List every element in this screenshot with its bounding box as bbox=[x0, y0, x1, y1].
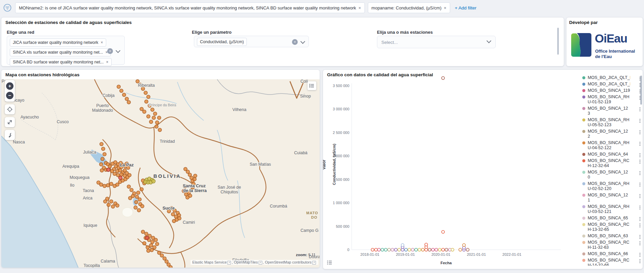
station-olive-marker[interactable] bbox=[151, 179, 155, 183]
legend-item[interactable]: MOS_BO_SINCA_RCH-13-32-65 bbox=[582, 221, 641, 233]
station-orange-marker[interactable] bbox=[155, 242, 159, 246]
station-orange-marker[interactable] bbox=[145, 100, 148, 103]
legend-item-menu-icon[interactable] bbox=[640, 258, 641, 260]
station-orange-marker[interactable] bbox=[151, 240, 154, 244]
station-orange-marker[interactable] bbox=[146, 246, 149, 249]
attribution-link[interactable]: OpenMapTiles bbox=[234, 260, 258, 264]
station-orange-marker[interactable] bbox=[171, 213, 175, 216]
legend-item[interactable]: MOS_BO_JICA_QLT_PMASUP_ bbox=[582, 81, 641, 87]
station-orange-marker[interactable] bbox=[152, 116, 155, 119]
legend-item[interactable]: MOS_BO_SINCA_RCH-11-32-63 bbox=[582, 239, 641, 251]
station-orange-marker[interactable] bbox=[153, 246, 156, 249]
station-orange-marker[interactable] bbox=[135, 200, 138, 204]
station-red-marker[interactable] bbox=[119, 176, 122, 180]
network-tag[interactable]: JICA surface water quality monitoring ne… bbox=[10, 38, 106, 47]
station-orange-marker[interactable] bbox=[101, 147, 105, 151]
legend-item[interactable]: MOS_BO_SINCA_66 bbox=[582, 251, 641, 257]
station-orange-marker[interactable] bbox=[153, 112, 157, 115]
legend-item[interactable]: MOS_BO_JICA_QLT_PMASUP_ bbox=[582, 75, 641, 81]
legend-item-menu-icon[interactable] bbox=[640, 240, 641, 242]
station-orange-marker[interactable] bbox=[147, 249, 150, 252]
station-orange-marker[interactable] bbox=[140, 188, 143, 191]
station-orange-marker[interactable] bbox=[116, 183, 119, 186]
station-orange-marker[interactable] bbox=[137, 191, 140, 194]
filter-icon[interactable] bbox=[3, 3, 12, 12]
legend-item[interactable]: MOS_BO_SINCA_123 bbox=[582, 105, 641, 117]
stations-select[interactable]: Select... bbox=[377, 36, 496, 48]
legend-item-menu-icon[interactable] bbox=[640, 140, 641, 143]
locate-button[interactable] bbox=[5, 104, 15, 114]
attribution-link[interactable]: OpenStreetMap contributors bbox=[265, 260, 312, 264]
station-orange-marker[interactable] bbox=[100, 142, 103, 146]
station-red-marker[interactable] bbox=[107, 168, 110, 172]
attribution-link[interactable]: Elastic Maps Service bbox=[192, 260, 227, 264]
station-olive-marker[interactable] bbox=[143, 180, 147, 184]
station-orange-marker[interactable] bbox=[135, 195, 139, 198]
legend-item[interactable]: MOS_BO_SINCA_RHU-04-52-122 bbox=[582, 140, 641, 151]
station-orange-marker[interactable] bbox=[113, 172, 116, 175]
station-orange-marker[interactable] bbox=[144, 91, 147, 94]
map-canvas[interactable]: PascoHuancayoAyacuchoCuscoNascaPuertoMal… bbox=[1, 79, 320, 268]
legend-item[interactable]: MOS_BO_SINCA_RHU-02-52-120 bbox=[582, 181, 641, 192]
filter-pill-mopaname[interactable]: mopaname: Conductividad, (µS/cm) × bbox=[368, 2, 450, 13]
legend-item-menu-icon[interactable] bbox=[640, 222, 641, 224]
station-orange-marker[interactable] bbox=[107, 203, 110, 207]
station-orange-marker[interactable] bbox=[147, 115, 150, 118]
station-orange-marker[interactable] bbox=[193, 178, 196, 181]
map-svg[interactable]: PascoHuancayoAyacuchoCuscoNascaPuertoMal… bbox=[1, 79, 320, 268]
map-attribution[interactable]: Elastic Maps Service↗, OpenMapTiles↗, Op… bbox=[191, 260, 318, 265]
add-filter-button[interactable]: + Add filter bbox=[455, 5, 476, 10]
station-orange-marker[interactable] bbox=[138, 198, 141, 201]
zoom-in-button[interactable]: + bbox=[6, 82, 13, 90]
legend-item[interactable]: MOS_BO_SINCA_63 bbox=[582, 233, 641, 239]
station-orange-marker[interactable] bbox=[141, 204, 144, 208]
station-orange-marker[interactable] bbox=[169, 266, 172, 268]
station-orange-marker[interactable] bbox=[149, 244, 153, 247]
station-orange-marker[interactable] bbox=[127, 101, 130, 104]
station-orange-marker[interactable] bbox=[100, 169, 104, 172]
legend-item[interactable]: MOS_BO_SINCA_RHU-03-52-121 bbox=[582, 203, 641, 215]
station-orange-marker[interactable] bbox=[154, 238, 157, 242]
legend-item-menu-icon[interactable] bbox=[640, 152, 641, 154]
station-orange-marker[interactable] bbox=[136, 80, 139, 83]
parameter-tag[interactable]: Conductividad, (µS/cm) bbox=[197, 38, 247, 46]
legend-item[interactable]: MOS_BO_SINCA_120 bbox=[582, 169, 641, 181]
legend-item[interactable]: MOS_BO_SINCA_RCH-12-32-64 bbox=[582, 158, 641, 169]
legend-item[interactable]: MOS_BO_SINCA_119 bbox=[582, 87, 641, 94]
panel-scrollbar[interactable] bbox=[557, 28, 559, 55]
map-legend-toggle[interactable] bbox=[308, 81, 316, 90]
legend-item-menu-icon[interactable] bbox=[640, 117, 641, 120]
station-orange-marker[interactable] bbox=[108, 165, 112, 168]
station-orange-marker[interactable] bbox=[128, 196, 132, 200]
map-tools-button[interactable] bbox=[5, 130, 15, 140]
chevron-down-icon[interactable] bbox=[487, 38, 491, 43]
legend-item[interactable]: MOS_BO_SINCA_64 bbox=[582, 151, 641, 158]
network-tag[interactable]: SINCA BD surface water quality monitorin… bbox=[10, 58, 112, 66]
legend-item[interactable]: MOS_BO_SINCA_65 bbox=[582, 215, 641, 221]
zoom-out-button[interactable]: − bbox=[6, 92, 13, 99]
parameter-clear-button[interactable]: × bbox=[292, 39, 298, 45]
station-orange-marker[interactable] bbox=[127, 185, 130, 188]
station-red-marker[interactable] bbox=[145, 236, 149, 240]
station-orange-marker[interactable] bbox=[158, 128, 162, 132]
parameter-combobox[interactable]: Conductividad, (µS/cm) × bbox=[194, 36, 309, 47]
tag-remove-icon[interactable]: × bbox=[101, 40, 103, 45]
legend-item-menu-icon[interactable] bbox=[640, 129, 641, 131]
legend-item[interactable]: MOS_BO_SINCA_RHU-05-52-123 bbox=[582, 117, 641, 128]
station-orange-marker[interactable] bbox=[150, 248, 153, 252]
station-orange-marker[interactable] bbox=[101, 157, 104, 161]
station-orange-marker[interactable] bbox=[149, 120, 153, 124]
legend-item-menu-icon[interactable] bbox=[640, 181, 641, 184]
station-orange-marker[interactable] bbox=[143, 110, 146, 113]
filter-pill-remove-icon[interactable]: × bbox=[358, 5, 361, 10]
station-orange-marker[interactable] bbox=[122, 93, 126, 97]
station-orange-marker[interactable] bbox=[99, 183, 103, 186]
legend-item-menu-icon[interactable] bbox=[640, 204, 641, 207]
station-orange-marker[interactable] bbox=[147, 95, 150, 99]
station-orange-marker[interactable] bbox=[110, 182, 113, 186]
station-orange-marker[interactable] bbox=[134, 206, 137, 209]
station-orange-marker[interactable] bbox=[155, 121, 159, 124]
station-orange-marker[interactable] bbox=[125, 97, 128, 101]
legend-item-menu-icon[interactable] bbox=[640, 106, 641, 108]
station-orange-marker[interactable] bbox=[130, 188, 133, 192]
